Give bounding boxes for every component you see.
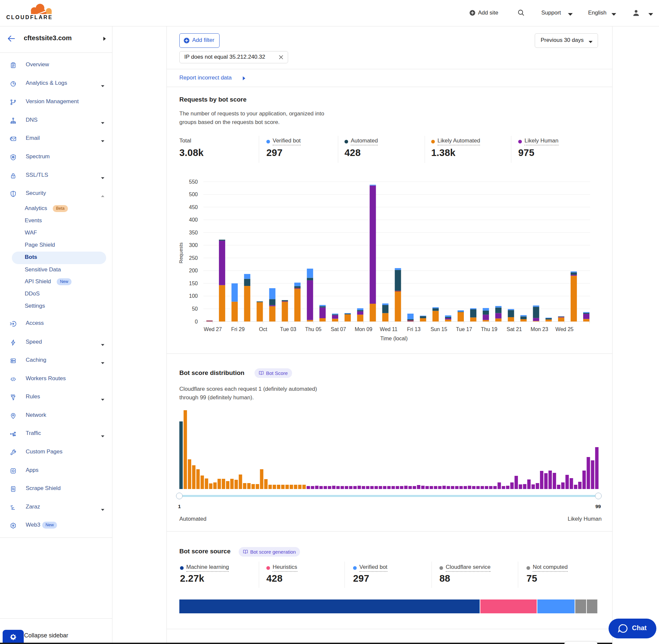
svg-text:Time (local): Time (local) [380, 336, 408, 341]
svg-text:Sat 07: Sat 07 [331, 326, 346, 332]
svg-text:500: 500 [189, 191, 198, 197]
svg-text:Fri 29: Fri 29 [231, 326, 244, 332]
svg-text:50: 50 [192, 306, 198, 312]
svg-text:Thu 05: Thu 05 [305, 326, 322, 332]
svg-text:Tue 03: Tue 03 [280, 326, 296, 332]
svg-text:350: 350 [189, 230, 198, 235]
svg-text:400: 400 [189, 217, 198, 223]
svg-text:200: 200 [189, 268, 198, 273]
svg-text:250: 250 [189, 255, 198, 261]
svg-text:150: 150 [189, 281, 198, 286]
svg-text:Wed 11: Wed 11 [380, 326, 398, 332]
svg-text:550: 550 [189, 179, 198, 185]
svg-text:Wed 27: Wed 27 [204, 326, 222, 332]
svg-text:450: 450 [189, 204, 198, 210]
svg-text:Mon 23: Mon 23 [531, 326, 548, 332]
svg-text:Fri 13: Fri 13 [407, 326, 421, 332]
svg-text:Sun 15: Sun 15 [430, 326, 447, 332]
svg-text:300: 300 [189, 243, 198, 248]
svg-text:Tue 17: Tue 17 [456, 326, 472, 332]
svg-text:Sat 21: Sat 21 [507, 326, 522, 332]
svg-text:Thu 19: Thu 19 [481, 326, 497, 332]
svg-text:Oct: Oct [259, 326, 267, 332]
svg-text:Mon 09: Mon 09 [355, 326, 372, 332]
svg-text:Wed 25: Wed 25 [556, 326, 573, 332]
svg-text:100: 100 [189, 293, 198, 299]
svg-text:0: 0 [195, 319, 198, 324]
svg-text:Requests: Requests [178, 243, 184, 263]
